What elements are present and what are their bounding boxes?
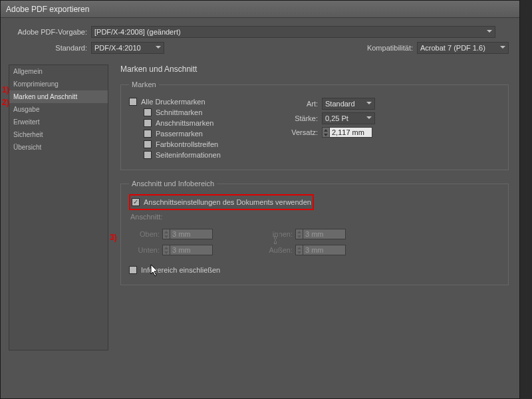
include-slug-checkbox[interactable] bbox=[129, 266, 137, 274]
stepper-buttons bbox=[162, 245, 170, 255]
bleed-legend: Anschnitt und Infobereich bbox=[129, 180, 217, 188]
bleed-top-input bbox=[170, 229, 213, 239]
mark-type-label: Art: bbox=[282, 100, 322, 108]
standard-label: Standard: bbox=[11, 44, 91, 52]
bleed-inside-stepper bbox=[295, 229, 346, 239]
bleed-marks-checkbox[interactable] bbox=[144, 119, 152, 127]
registration-marks-checkbox[interactable] bbox=[144, 130, 152, 138]
registration-marks-label: Passermarken bbox=[156, 130, 203, 138]
chevron-down-icon bbox=[499, 44, 506, 52]
marks-legend: Marken bbox=[129, 80, 159, 88]
page-info-checkbox[interactable] bbox=[144, 151, 152, 159]
sidebar-item-marks-bleed[interactable]: Marken und Anschnitt bbox=[9, 90, 108, 103]
chevron-down-icon bbox=[486, 28, 493, 36]
color-bars-checkbox[interactable] bbox=[144, 140, 152, 148]
sidebar-item-output[interactable]: Ausgabe bbox=[9, 103, 108, 116]
mark-weight-label: Stärke: bbox=[282, 114, 322, 122]
mark-offset-label: Versatz: bbox=[282, 128, 322, 136]
bleed-bottom-stepper bbox=[162, 245, 213, 255]
standard-value: PDF/X-4:2010 bbox=[94, 44, 141, 52]
panel-heading: Marken und Anschnitt bbox=[120, 65, 509, 74]
stepper-buttons bbox=[162, 229, 170, 239]
category-sidebar: Allgemein Komprimierung Marken und Ansch… bbox=[9, 65, 108, 350]
stepper-buttons[interactable] bbox=[322, 127, 330, 138]
export-pdf-dialog: Adobe PDF exportieren Adobe PDF-Vorgabe:… bbox=[0, 0, 520, 399]
mark-weight-dropdown[interactable]: 0,25 Pt bbox=[322, 112, 375, 124]
bleed-bottom-label: Unten: bbox=[129, 246, 162, 254]
color-bars-label: Farbkontrollstreifen bbox=[156, 140, 218, 148]
sidebar-item-security[interactable]: Sicherheit bbox=[9, 128, 108, 141]
bleed-top-stepper bbox=[162, 229, 213, 239]
all-marks-label: Alle Druckermarken bbox=[141, 98, 205, 106]
mark-type-value: Standard bbox=[325, 100, 355, 108]
stepper-buttons bbox=[295, 229, 303, 239]
all-marks-checkbox[interactable] bbox=[129, 98, 137, 106]
use-doc-bleed-checkbox[interactable] bbox=[132, 198, 140, 206]
preset-dropdown[interactable]: [PDF/X-4:2008] (geändert) bbox=[91, 26, 495, 38]
sidebar-item-advanced[interactable]: Erweitert bbox=[9, 116, 108, 128]
annotation-1: 1) bbox=[2, 85, 9, 94]
mark-weight-value: 0,25 Pt bbox=[325, 114, 348, 122]
compat-label: Kompatibilität: bbox=[367, 44, 417, 52]
crop-marks-checkbox[interactable] bbox=[144, 108, 152, 116]
stepper-buttons bbox=[295, 245, 303, 255]
sidebar-item-summary[interactable]: Übersicht bbox=[9, 141, 108, 154]
page-info-label: Seiteninformationen bbox=[156, 151, 221, 159]
chevron-down-icon bbox=[366, 100, 372, 108]
bleed-marks-label: Anschnittsmarken bbox=[156, 119, 213, 127]
sidebar-item-general[interactable]: Allgemein bbox=[9, 65, 108, 78]
standard-dropdown[interactable]: PDF/X-4:2010 bbox=[91, 42, 164, 54]
mark-type-dropdown[interactable]: Standard bbox=[322, 98, 375, 110]
chevron-down-icon bbox=[155, 44, 162, 52]
top-form: Adobe PDF-Vorgabe: [PDF/X-4:2008] (geänd… bbox=[1, 18, 519, 61]
use-doc-bleed-label: Anschnittseinstellungen des Dokuments ve… bbox=[144, 198, 311, 206]
chevron-down-icon bbox=[366, 114, 372, 122]
preset-label: Adobe PDF-Vorgabe: bbox=[11, 28, 91, 36]
bleed-outside-stepper bbox=[295, 245, 346, 255]
annotation-3: 3) bbox=[110, 233, 117, 242]
mark-offset-stepper[interactable] bbox=[322, 127, 372, 138]
include-slug-label: Infobereich einschließen bbox=[141, 266, 220, 274]
sidebar-item-compression[interactable]: Komprimierung bbox=[9, 78, 108, 90]
bleed-group: Anschnitt und Infobereich Anschnittseins… bbox=[120, 180, 509, 285]
bleed-outside-input bbox=[303, 245, 346, 255]
bleed-subheading: Anschnitt: bbox=[130, 213, 500, 221]
annotation-2: 2) bbox=[2, 98, 9, 107]
preset-value: [PDF/X-4:2008] (geändert) bbox=[94, 28, 181, 36]
mark-offset-input[interactable] bbox=[330, 127, 372, 138]
chevron-up-icon[interactable] bbox=[323, 128, 329, 132]
bleed-inside-input bbox=[303, 229, 346, 239]
bleed-top-label: Oben: bbox=[129, 230, 162, 238]
main-panel: Marken und Anschnitt Marken Alle Drucker… bbox=[108, 65, 509, 350]
bleed-bottom-input bbox=[170, 245, 213, 255]
crop-marks-label: Schnittmarken bbox=[156, 108, 202, 116]
compat-value: Acrobat 7 (PDF 1.6) bbox=[420, 44, 485, 52]
chevron-down-icon[interactable] bbox=[323, 132, 329, 137]
window-title: Adobe PDF exportieren bbox=[6, 5, 89, 14]
titlebar[interactable]: Adobe PDF exportieren bbox=[1, 1, 519, 18]
compat-dropdown[interactable]: Acrobat 7 (PDF 1.6) bbox=[417, 42, 509, 54]
link-icon bbox=[271, 232, 279, 248]
marks-group: Marken Alle Druckermarken Schnittmarken … bbox=[120, 80, 509, 170]
